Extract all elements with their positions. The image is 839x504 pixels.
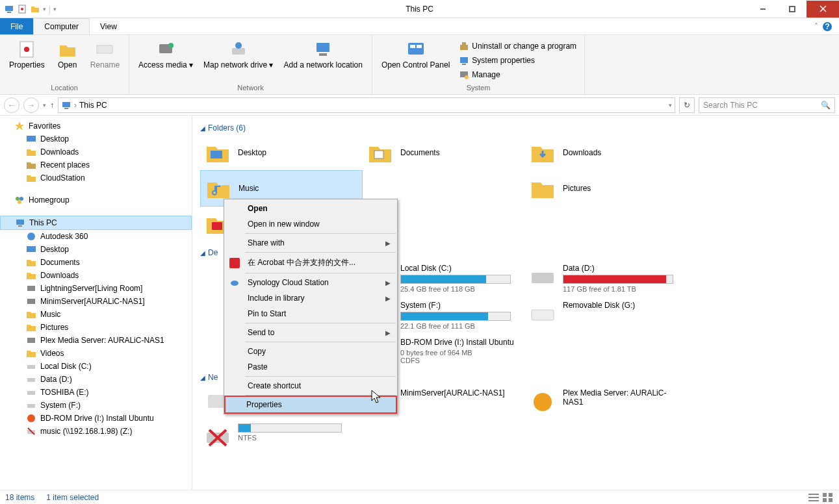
- tab-view[interactable]: View: [90, 18, 127, 34]
- cm-send-to[interactable]: Send to▶: [226, 325, 396, 340]
- ribbon: Properties Open Rename Location Access m…: [0, 35, 839, 95]
- properties-button[interactable]: Properties: [5, 38, 49, 82]
- new-folder-icon[interactable]: [30, 4, 40, 14]
- system-properties-button[interactable]: System properties: [456, 54, 579, 67]
- manage-button[interactable]: Manage: [456, 68, 579, 81]
- navigation-pane[interactable]: Favorites Desktop Downloads Recent place…: [0, 116, 192, 490]
- tiles-view-icon[interactable]: [822, 492, 834, 503]
- recent-locations-icon[interactable]: ▾: [43, 102, 46, 108]
- sidebar-item[interactable]: Downloads: [0, 269, 192, 282]
- sidebar-item[interactable]: Pictures: [0, 321, 192, 334]
- svg-rect-18: [319, 53, 327, 56]
- svg-rect-29: [64, 108, 68, 109]
- sidebar-item[interactable]: Desktop: [0, 243, 192, 256]
- svg-rect-66: [808, 494, 819, 495]
- qa-dropdown-icon[interactable]: ▾: [43, 6, 46, 12]
- help-icon[interactable]: ?: [822, 21, 833, 32]
- details-view-icon[interactable]: [808, 492, 820, 503]
- svg-point-34: [18, 200, 21, 204]
- open-button[interactable]: Open: [51, 38, 84, 82]
- cm-include-library[interactable]: Include in library▶: [226, 290, 396, 306]
- sidebar-item[interactable]: Data (D:): [0, 373, 192, 386]
- network-plex[interactable]: Plex Media Server: AURALiC-NAS1: [525, 384, 688, 420]
- qa-customize-icon[interactable]: ▾: [53, 6, 57, 12]
- sidebar-item[interactable]: BD-ROM Drive (I:) Install Ubuntu: [0, 412, 192, 425]
- cm-synology[interactable]: Synology Cloud Station▶: [226, 275, 396, 290]
- sidebar-item[interactable]: MinimServer[AURALiC-NAS1]: [0, 295, 192, 308]
- status-selection: 1 item selected: [46, 493, 99, 502]
- sidebar-item[interactable]: System (F:): [0, 399, 192, 412]
- forward-button[interactable]: →: [23, 97, 39, 113]
- folder-pictures[interactable]: Pictures: [525, 170, 688, 207]
- sidebar-homegroup[interactable]: Homegroup: [0, 194, 192, 207]
- folder-documents[interactable]: Documents: [363, 135, 525, 170]
- close-button[interactable]: [807, 1, 839, 18]
- sidebar-item-cloudstation[interactable]: CloudStation: [0, 171, 192, 184]
- cm-paste[interactable]: Paste: [226, 359, 396, 375]
- collapse-ribbon-icon[interactable]: ˄: [814, 22, 818, 31]
- sidebar-item-downloads[interactable]: Downloads: [0, 145, 192, 158]
- rename-button[interactable]: Rename: [86, 38, 123, 82]
- open-control-panel-button[interactable]: Open Control Panel: [378, 38, 454, 82]
- svg-rect-40: [27, 299, 35, 304]
- sidebar-item[interactable]: Plex Media Server: AURALiC-NAS1: [0, 334, 192, 347]
- map-network-drive-button[interactable]: Map network drive ▾: [200, 38, 277, 82]
- section-folders[interactable]: ◢Folders (6): [200, 121, 831, 135]
- cm-properties[interactable]: Properties: [224, 396, 397, 414]
- access-media-button[interactable]: Access media ▾: [135, 38, 197, 82]
- drive-d[interactable]: Data (D:)117 GB free of 1.81 TB: [525, 260, 688, 297]
- svg-rect-21: [417, 45, 422, 48]
- cm-open-new-window[interactable]: Open in new window: [226, 216, 396, 232]
- sidebar-item[interactable]: Autodesk 360: [0, 230, 192, 243]
- svg-rect-71: [823, 498, 827, 502]
- svg-point-60: [534, 393, 552, 411]
- svg-rect-19: [408, 43, 424, 55]
- sidebar-item[interactable]: music (\\192.168.1.98) (Z:): [0, 425, 192, 438]
- sidebar-item[interactable]: LightningServer[Living Room]: [0, 282, 192, 295]
- folder-downloads[interactable]: Downloads: [525, 135, 688, 170]
- sidebar-item[interactable]: TOSHIBA (E:): [0, 386, 192, 399]
- ribbon-group-label: Network: [135, 82, 367, 92]
- sidebar-item-recent[interactable]: Recent places: [0, 158, 192, 171]
- folder-desktop[interactable]: Desktop: [200, 135, 363, 170]
- sidebar-item[interactable]: Local Disk (C:): [0, 360, 192, 373]
- properties-icon[interactable]: [17, 4, 27, 14]
- minimize-button[interactable]: [748, 1, 777, 18]
- svg-rect-55: [532, 310, 554, 320]
- drive-g[interactable]: Removable Disk (G:): [525, 297, 688, 334]
- sidebar-item[interactable]: Documents: [0, 256, 192, 269]
- cm-share-with[interactable]: Share with▶: [226, 235, 396, 251]
- network-disconnected[interactable]: NTFS: [200, 420, 363, 455]
- add-network-location-button[interactable]: Add a network location: [280, 38, 367, 82]
- status-bar: 18 items 1 item selected: [0, 490, 839, 504]
- svg-rect-17: [316, 43, 329, 52]
- svg-rect-20: [410, 45, 415, 48]
- breadcrumb[interactable]: › This PC ▾: [58, 97, 675, 113]
- window-controls: [748, 1, 839, 18]
- cm-acrobat[interactable]: 在 Acrobat 中合并支持的文件...: [226, 254, 396, 271]
- svg-rect-70: [829, 493, 833, 497]
- cm-open[interactable]: Open: [226, 201, 396, 216]
- cm-create-shortcut[interactable]: Create shortcut: [226, 378, 396, 394]
- sidebar-item[interactable]: Music: [0, 308, 192, 321]
- tab-file[interactable]: File: [0, 18, 33, 34]
- svg-rect-50: [374, 151, 383, 158]
- svg-marker-30: [15, 121, 24, 131]
- sidebar-item[interactable]: Videos: [0, 347, 192, 360]
- breadcrumb-dropdown-icon[interactable]: ▾: [669, 102, 672, 108]
- maximize-button[interactable]: [777, 1, 807, 18]
- sidebar-item-desktop[interactable]: Desktop: [0, 132, 192, 145]
- tab-computer[interactable]: Computer: [33, 18, 90, 34]
- cm-copy[interactable]: Copy: [226, 344, 396, 359]
- up-button[interactable]: ↑: [50, 101, 54, 110]
- sidebar-this-pc[interactable]: This PC: [0, 216, 192, 230]
- cm-pin-to-start[interactable]: Pin to Start: [226, 306, 396, 321]
- svg-rect-39: [27, 286, 35, 291]
- breadcrumb-segment[interactable]: This PC: [79, 101, 107, 110]
- uninstall-button[interactable]: Uninstall or change a program: [456, 40, 579, 53]
- back-button[interactable]: ←: [4, 97, 19, 113]
- refresh-button[interactable]: ↻: [679, 97, 695, 113]
- sidebar-favorites[interactable]: Favorites: [0, 120, 192, 132]
- search-input[interactable]: Search This PC 🔍: [699, 97, 835, 113]
- svg-rect-67: [808, 497, 819, 498]
